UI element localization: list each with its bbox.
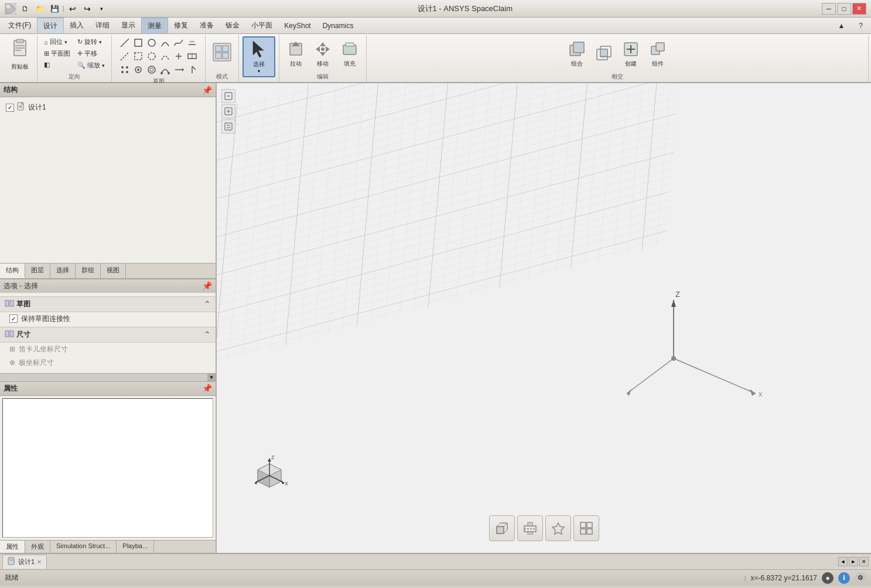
- rotate-button[interactable]: ↻ 旋转 ▾: [74, 36, 108, 47]
- sketch-tool18[interactable]: [186, 63, 199, 76]
- pull-button[interactable]: 拉动: [283, 36, 309, 71]
- viewport-ctrl-1[interactable]: [221, 89, 235, 103]
- scale-button[interactable]: 🔍 缩放 ▾: [74, 60, 108, 71]
- menu-file[interactable]: 文件(F): [2, 18, 37, 33]
- tab-views[interactable]: 视图: [101, 264, 126, 278]
- sketch-line[interactable]: [118, 36, 131, 49]
- vp-tab-icon: [8, 557, 16, 567]
- menu-help[interactable]: ?: [853, 19, 869, 32]
- clipboard-button[interactable]: 剪贴板: [8, 36, 32, 73]
- tab-groups[interactable]: 群组: [76, 264, 101, 278]
- component-button[interactable]: 组件: [645, 36, 671, 71]
- new-button[interactable]: 🗋: [19, 2, 32, 15]
- viewport-tab-design1[interactable]: 设计1 ✕: [2, 555, 47, 569]
- sketch-tool13[interactable]: [118, 63, 131, 76]
- sketch-tool15[interactable]: [145, 63, 158, 76]
- menu-prepare[interactable]: 准备: [194, 18, 220, 33]
- select-button[interactable]: 选择 ▾: [242, 36, 275, 77]
- view-cube-btn[interactable]: [489, 515, 515, 541]
- tab-selection[interactable]: 选择: [50, 264, 76, 278]
- vp-nav-right[interactable]: ►: [849, 557, 858, 566]
- translate-button[interactable]: ✛ 平移: [74, 48, 108, 59]
- intersect-btn2[interactable]: [591, 36, 617, 71]
- mode-button[interactable]: [209, 36, 235, 69]
- sketch-tool12[interactable]: [186, 50, 199, 63]
- select-content: 选择 ▾: [242, 36, 275, 81]
- sketch-spline[interactable]: [172, 36, 185, 49]
- sketch-rect[interactable]: [132, 36, 145, 49]
- pin-icon[interactable]: 📌: [202, 86, 212, 95]
- tab-structure[interactable]: 结构: [0, 264, 25, 278]
- options-pin[interactable]: 📌: [202, 281, 212, 290]
- vp-nav-left[interactable]: ◄: [838, 557, 848, 566]
- annotation-btn[interactable]: [545, 515, 571, 541]
- tab-playback[interactable]: Playba...: [117, 541, 154, 553]
- dimension-section-header[interactable]: 尺寸 ⌃: [0, 327, 216, 343]
- svg-point-42: [321, 47, 325, 51]
- status-info-icon[interactable]: ℹ: [838, 572, 850, 584]
- menu-facets[interactable]: 小平面: [245, 18, 278, 33]
- minimize-button[interactable]: ─: [822, 3, 836, 15]
- save-button[interactable]: 💾: [48, 2, 61, 15]
- sketch-tool9[interactable]: [145, 50, 158, 63]
- sketch-tool7[interactable]: [118, 50, 131, 63]
- grid-settings-btn[interactable]: [573, 515, 599, 541]
- combine-button[interactable]: 组合: [564, 36, 590, 71]
- menu-measure[interactable]: 测量: [141, 18, 168, 33]
- menu-detail[interactable]: 详细: [90, 18, 115, 33]
- sketch-section-header[interactable]: 草图 ⌃: [0, 296, 216, 312]
- planview-button[interactable]: ⊞ 平面图: [41, 48, 73, 59]
- vp-nav-close[interactable]: ✕: [859, 557, 869, 566]
- tab-appearance[interactable]: 外观: [25, 541, 50, 553]
- tree-checkbox[interactable]: ✓: [6, 104, 14, 112]
- quick-access-arrow[interactable]: ▾: [95, 2, 108, 15]
- menu-repair[interactable]: 修复: [168, 18, 194, 33]
- sketch-checkbox[interactable]: ✓: [9, 314, 18, 323]
- open-button[interactable]: 📁: [33, 2, 46, 15]
- menu-sheetmetal[interactable]: 钣金: [220, 18, 245, 33]
- sketch-tool8[interactable]: [132, 50, 145, 63]
- vp-tab-label: 设计1: [18, 558, 35, 566]
- menu-insert[interactable]: 插入: [64, 18, 90, 33]
- viewport-ctrl-3[interactable]: [221, 119, 235, 134]
- redo-button[interactable]: ↪: [81, 2, 94, 15]
- properties-pin[interactable]: 📌: [202, 384, 212, 393]
- menu-design[interactable]: 设计: [37, 18, 64, 33]
- sketch-tool14[interactable]: [132, 63, 145, 76]
- menu-keyshot[interactable]: KeyShot: [278, 18, 316, 33]
- sketch-row1: [118, 36, 199, 49]
- sketch-arc[interactable]: [159, 36, 172, 49]
- view3-button[interactable]: ◧: [41, 60, 73, 70]
- sketch-tool11[interactable]: [172, 50, 185, 63]
- section-btn[interactable]: [517, 515, 543, 541]
- create-button[interactable]: 创建: [618, 36, 644, 71]
- undo-button[interactable]: ↩: [66, 2, 79, 15]
- menu-collapse[interactable]: ▲: [832, 19, 850, 32]
- fill-button[interactable]: 填充: [337, 36, 363, 71]
- scroll-down-btn[interactable]: ▼: [207, 373, 216, 381]
- viewport-ctrl-2[interactable]: [221, 104, 235, 118]
- home-button[interactable]: ⌂ 回位 ▾: [41, 36, 73, 47]
- vp-tab-close[interactable]: ✕: [37, 559, 42, 565]
- menu-display[interactable]: 显示: [115, 18, 141, 33]
- tree-item-design1[interactable]: ✓ 设计1: [4, 101, 212, 114]
- viewport[interactable]: x Z: [217, 83, 871, 553]
- close-button[interactable]: ✕: [852, 3, 866, 15]
- maximize-button[interactable]: □: [837, 3, 851, 15]
- move-icon: [314, 40, 332, 60]
- sketch-circle[interactable]: [145, 36, 158, 49]
- status-circle-icon[interactable]: ●: [822, 572, 834, 584]
- sketch-tool10[interactable]: [159, 50, 172, 63]
- sketch-tool16[interactable]: [159, 63, 172, 76]
- menu-dynamics[interactable]: Dynamics: [317, 18, 360, 33]
- sketch-collapse-icon[interactable]: ⌃: [204, 299, 211, 309]
- dimension-collapse-icon[interactable]: ⌃: [204, 330, 211, 339]
- sketch-connectivity-label: 保持草图连接性: [21, 314, 70, 324]
- sketch-offset[interactable]: [186, 36, 199, 49]
- tab-layers[interactable]: 图层: [25, 264, 50, 278]
- sketch-tool17[interactable]: [172, 63, 185, 76]
- status-settings-icon[interactable]: ⚙: [855, 572, 866, 584]
- tab-properties[interactable]: 属性: [0, 541, 25, 553]
- move-button[interactable]: 移动: [310, 36, 336, 71]
- tab-simulation[interactable]: Simulation Struct...: [50, 541, 117, 553]
